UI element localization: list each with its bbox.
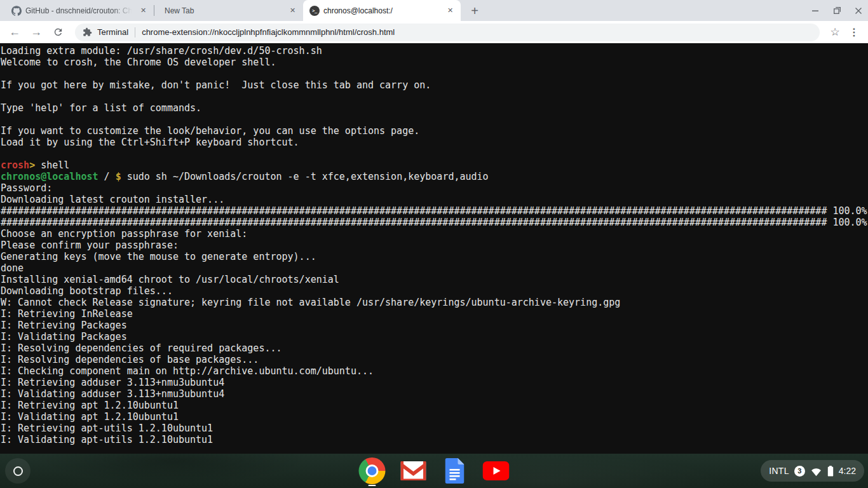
keyboard-layout-label: INTL [769, 466, 789, 476]
terminal-line: crosh> shell [1, 159, 868, 171]
github-icon [11, 6, 22, 16]
shelf-apps [359, 454, 510, 488]
terminal-line: Generating keys (move the mouse to gener… [1, 251, 868, 262]
docs-app-icon[interactable] [442, 458, 468, 484]
terminal-line: Type 'help' for a list of commands. [1, 102, 868, 114]
youtube-app-icon[interactable] [483, 458, 510, 484]
tab-title: chronos@localhost:/ [323, 6, 441, 15]
browser-menu-icon[interactable]: ⋮ [846, 25, 862, 40]
reload-icon[interactable] [50, 24, 66, 41]
gmail-icon [401, 461, 426, 480]
terminal-line: I: Retrieving apt-utils 1.2.10ubuntu1 [1, 423, 868, 434]
site-label: Terminal [97, 27, 128, 37]
terminal-line: I: Checking component main on http://arc… [1, 365, 868, 377]
chrome-app-icon[interactable] [359, 458, 386, 484]
terminal-line: I: Validating Packages [1, 331, 868, 342]
terminal-line: I: Retrieving adduser 3.113+nmu3ubuntu4 [1, 377, 868, 388]
terminal-line: Choose an encryption passphrase for xeni… [1, 228, 868, 240]
omnibox-separator [135, 27, 135, 37]
tab-crosh-terminal[interactable]: >_ chronos@localhost:/ ✕ [303, 0, 461, 21]
youtube-icon [483, 461, 510, 480]
notification-badge: 3 [794, 466, 805, 477]
minimize-icon[interactable] [811, 6, 820, 15]
terminal-line: Installing xenial-amd64 chroot to /usr/l… [1, 274, 868, 285]
window-controls [811, 0, 863, 21]
terminal-line: I: Retrieving Packages [1, 320, 868, 331]
clock-label: 4:22 [839, 466, 856, 476]
close-window-icon[interactable] [854, 6, 863, 15]
terminal-line: I: Retrieving InRelease [1, 308, 868, 320]
close-icon[interactable]: ✕ [138, 5, 149, 16]
launcher-icon [13, 466, 23, 476]
terminal-line: I: Retrieving apt 1.2.10ubuntu1 [1, 400, 868, 411]
terminal-line: I: Resolving dependencies of base packag… [1, 354, 868, 365]
terminal-line: I: Validating adduser 3.113+nmu3ubuntu4 [1, 388, 868, 400]
terminal-line: ########################################… [1, 205, 868, 217]
terminal-line: If you want to customize the look/behavi… [1, 125, 868, 137]
restore-icon[interactable] [832, 6, 841, 15]
terminal-line [1, 68, 868, 79]
terminal-line: Downloading bootstrap files... [1, 285, 868, 297]
battery-icon [827, 466, 834, 477]
terminal-line [1, 91, 868, 102]
back-icon[interactable]: ← [6, 24, 23, 41]
wifi-icon [810, 466, 822, 477]
close-icon[interactable]: ✕ [445, 5, 456, 16]
launcher-button[interactable] [5, 458, 31, 484]
gmail-app-icon[interactable] [400, 458, 427, 484]
terminal-line [1, 148, 868, 159]
status-tray[interactable]: INTL 3 4:22 [761, 460, 864, 482]
terminal-icon: >_ [309, 6, 320, 16]
tab-title: GitHub - dnschneid/crouton: Chr [25, 6, 134, 15]
terminal-line: ########################################… [1, 217, 868, 228]
terminal-line: done [1, 262, 868, 274]
docs-icon [445, 458, 465, 484]
tab-github[interactable]: GitHub - dnschneid/crouton: Chr ✕ [5, 0, 154, 21]
tab-new-tab[interactable]: New Tab ✕ [154, 0, 303, 21]
omnibox-url-bar[interactable]: Terminal chrome-extension://nkoccljplnhp… [75, 24, 820, 41]
new-tab-button[interactable]: + [466, 2, 484, 20]
tab-strip: GitHub - dnschneid/crouton: Chr ✕ New Ta… [0, 0, 868, 21]
page-url: chrome-extension://nkoccljplnhpfnfiajclk… [142, 27, 395, 37]
browser-toolbar: ← → Terminal chrome-extension://nkoccljp… [0, 21, 868, 43]
terminal-line: Password: [1, 182, 868, 194]
terminal-line: Please confirm your passphrase: [1, 240, 868, 251]
chromeos-screen: GitHub - dnschneid/crouton: Chr ✕ New Ta… [0, 0, 868, 488]
shelf: INTL 3 4:22 [0, 454, 868, 488]
bookmark-star-icon[interactable]: ☆ [827, 25, 843, 40]
terminal-line: Downloading latest crouton installer... [1, 194, 868, 205]
terminal-line: chronos@localhost / $ sudo sh ~/Download… [1, 171, 868, 182]
terminal-line: Welcome to crosh, the Chrome OS develope… [1, 57, 868, 68]
terminal-line: I: Resolving dependencies of required pa… [1, 342, 868, 354]
terminal-line: If you got here by mistake, don't panic!… [1, 79, 868, 91]
terminal-line: Loading extra module: /usr/share/crosh/d… [1, 45, 868, 57]
terminal-line: W: Cannot check Release signature; keyri… [1, 297, 868, 308]
running-app-indicator [369, 485, 376, 487]
tab-title: New Tab [165, 6, 283, 15]
terminal-line: I: Validating apt 1.2.10ubuntu1 [1, 411, 868, 423]
extension-puzzle-icon [83, 27, 92, 37]
terminal-line: I: Validating apt-utils 1.2.10ubuntu1 [1, 434, 868, 445]
forward-icon[interactable]: → [28, 24, 44, 41]
close-icon[interactable]: ✕ [287, 5, 298, 16]
chrome-icon [359, 458, 386, 484]
terminal-line: Load it by using the Ctrl+Shift+P keyboa… [1, 137, 868, 148]
terminal-line [1, 114, 868, 125]
crosh-terminal-output[interactable]: Loading extra module: /usr/share/crosh/d… [0, 43, 868, 454]
